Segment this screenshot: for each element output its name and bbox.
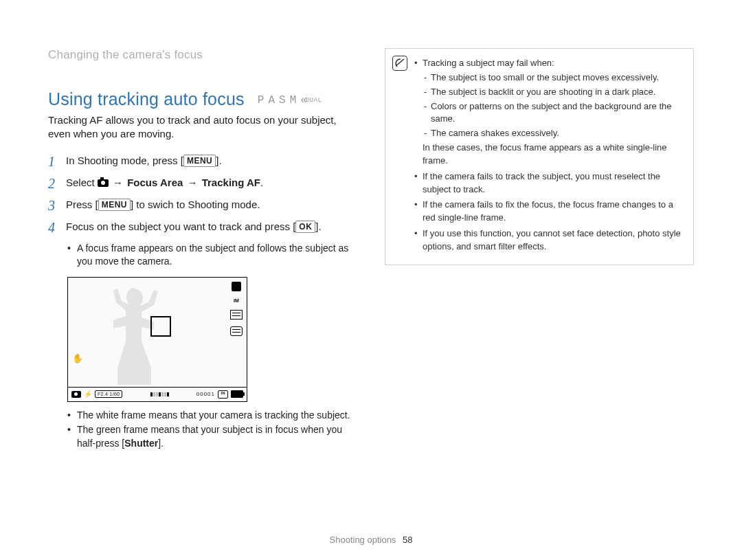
step-2: 2 Select → Focus Area → Tracking AF. bbox=[48, 176, 357, 191]
arrow-icon: → bbox=[109, 177, 127, 188]
step-3-pre: Press [ bbox=[66, 199, 98, 210]
step-text: Focus on the subject you want to track a… bbox=[66, 220, 322, 235]
step-text: Press [MENU] to swich to Shooting mode. bbox=[66, 198, 260, 213]
note-after-sub: In these cases, the focus frame appears … bbox=[423, 142, 684, 168]
list-item: Colors or patterns on the subject and th… bbox=[423, 100, 684, 126]
mode-p: P bbox=[258, 94, 269, 107]
step-2-pre: Select bbox=[66, 177, 98, 188]
below-lcd-bullets: The white frame means that your camera i… bbox=[67, 409, 357, 451]
exposure-value: F2.4 1/60 bbox=[95, 390, 122, 398]
quality-icon bbox=[230, 310, 243, 320]
footer-page-number: 58 bbox=[398, 535, 412, 545]
shot-counter: 00001 bbox=[196, 391, 215, 397]
list-item: If you use this function, you cannot set… bbox=[414, 227, 684, 254]
list-item: The subject is backlit or you are shooti… bbox=[423, 86, 684, 99]
menu-button-label: MENU bbox=[183, 155, 216, 167]
metering-icon bbox=[230, 326, 243, 336]
step-4-post: ]. bbox=[315, 221, 321, 232]
tracking-af-label: Tracking AF bbox=[202, 177, 260, 188]
list-item: A focus frame appears on the subject and… bbox=[67, 242, 357, 269]
note-lead: Tracking a subject may fail when: bbox=[423, 58, 554, 68]
step-number: 2 bbox=[48, 176, 58, 191]
arrow-icon: → bbox=[183, 177, 201, 188]
section-title-text: Using tracking auto focus bbox=[48, 89, 245, 109]
capture-mode-icon bbox=[232, 282, 241, 291]
flash-icon: ⚡ bbox=[84, 390, 92, 398]
step-1-post: ]. bbox=[216, 155, 221, 166]
list-item: The camera shakes excessively. bbox=[423, 127, 684, 140]
step-4: 4 Focus on the subject you want to track… bbox=[48, 220, 357, 235]
mode-dual: DUAL bbox=[306, 97, 322, 104]
footer-section: Shooting options bbox=[330, 535, 396, 545]
shutter-label: Shutter bbox=[124, 438, 158, 449]
note-box: Tracking a subject may fail when: The su… bbox=[385, 48, 694, 265]
step-text: Select → Focus Area → Tracking AF. bbox=[66, 176, 263, 191]
mode-a: A bbox=[268, 94, 279, 107]
menu-button-label: MENU bbox=[98, 199, 131, 211]
section-intro: Tracking AF allows you to track and auto… bbox=[48, 113, 357, 142]
focus-frame-icon bbox=[150, 316, 171, 337]
camera-mini-icon bbox=[71, 391, 81, 398]
step-3: 3 Press [MENU] to swich to Shooting mode… bbox=[48, 198, 357, 213]
step-2-end: . bbox=[260, 177, 263, 188]
bullet-b-post: ]. bbox=[158, 438, 164, 449]
list-item: If the camera fails to track the subject… bbox=[414, 170, 684, 197]
anti-shake-icon: ✋ bbox=[72, 353, 83, 363]
lcd-statusbar: ⚡ F2.4 1/60 00001 IN bbox=[68, 387, 247, 401]
step-4-pre: Focus on the subject you want to track a… bbox=[66, 221, 295, 232]
step-4-subbullets: A focus frame appears on the subject and… bbox=[67, 242, 357, 269]
list-item: The green frame means that your subject … bbox=[67, 423, 357, 450]
step-1: 1 In Shooting mode, press [MENU]. bbox=[48, 154, 357, 169]
image-size-icon: IM bbox=[234, 298, 239, 303]
exposure-scale-icon bbox=[125, 392, 193, 396]
mode-m: M bbox=[290, 94, 301, 107]
step-number: 4 bbox=[48, 220, 58, 235]
camera-lcd-illustration: IM ✋ ⚡ F2.4 1/60 00001 IN bbox=[67, 277, 247, 402]
battery-icon bbox=[231, 390, 243, 398]
bullet-b-pre: The green frame means that your subject … bbox=[77, 424, 342, 449]
mode-icons: P A S M «DUAL bbox=[258, 94, 322, 107]
list-item: Tracking a subject may fail when: The su… bbox=[414, 57, 684, 168]
list-item: If the camera fails to fix the focus, th… bbox=[414, 199, 684, 225]
step-text: In Shooting mode, press [MENU]. bbox=[66, 154, 222, 169]
list-item: The subject is too small or the subject … bbox=[423, 71, 684, 85]
page-footer: Shooting options 58 bbox=[0, 535, 742, 545]
list-item: The white frame means that your camera i… bbox=[67, 409, 357, 423]
breadcrumb: Changing the camera's focus bbox=[48, 48, 357, 62]
step-number: 3 bbox=[48, 198, 58, 213]
note-icon bbox=[392, 56, 407, 71]
section-title: Using tracking auto focus P A S M «DUAL bbox=[48, 89, 357, 109]
step-1-pre: In Shooting mode, press [ bbox=[66, 155, 183, 166]
mode-s: S bbox=[279, 94, 290, 107]
storage-icon: IN bbox=[218, 390, 228, 399]
focus-area-label: Focus Area bbox=[127, 177, 183, 188]
ok-button-label: OK bbox=[295, 221, 315, 233]
step-3-post: ] to swich to Shooting mode. bbox=[131, 199, 260, 210]
step-number: 1 bbox=[48, 154, 58, 169]
camera-icon bbox=[98, 179, 109, 187]
